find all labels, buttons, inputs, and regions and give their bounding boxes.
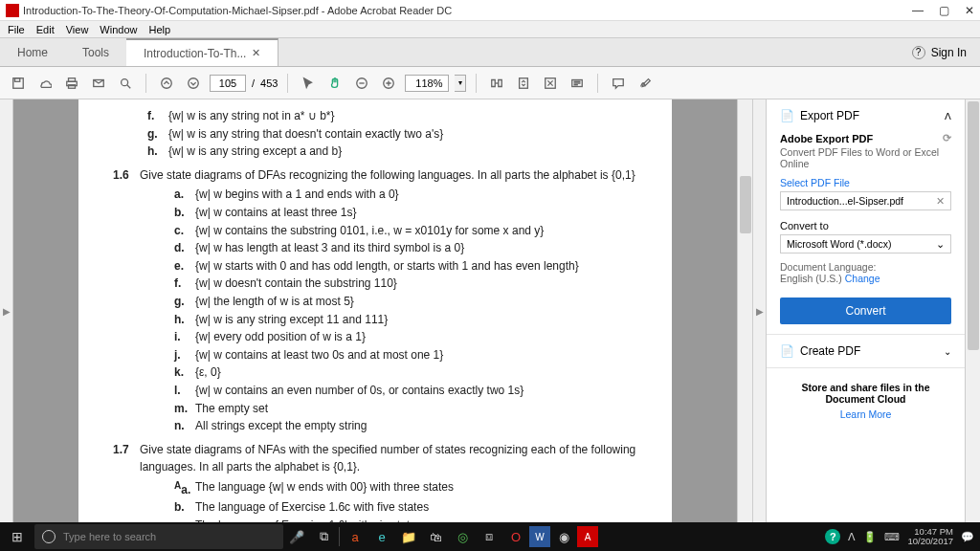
menu-bar: File Edit View Window Help	[0, 21, 980, 38]
page-total: 453	[260, 77, 278, 89]
cortana-icon	[42, 530, 56, 543]
separator	[287, 74, 288, 93]
chevron-down-icon[interactable]: ⌄	[944, 346, 951, 357]
separator	[476, 74, 477, 93]
learn-more-link[interactable]: Learn More	[780, 408, 951, 420]
fit-width-icon[interactable]	[486, 73, 507, 94]
store-text: Store and share files in the Document Cl…	[780, 382, 951, 405]
zoom-in-icon[interactable]	[378, 73, 399, 94]
create-label: Create PDF	[800, 344, 944, 358]
zoom-out-icon[interactable]	[351, 73, 372, 94]
create-pdf-section[interactable]: 📄Create PDF⌄	[767, 335, 965, 368]
right-panel-scrollbar[interactable]	[965, 99, 980, 522]
page-separator: /	[252, 77, 255, 89]
dropbox-icon[interactable]: ⧈	[476, 522, 502, 551]
search-icon[interactable]	[115, 73, 136, 94]
cloud-icon[interactable]	[34, 73, 56, 94]
list-item: {ε, 0}	[195, 364, 221, 382]
list-item: The language of Exercise 1.6l with six s…	[195, 517, 422, 522]
select-file-link[interactable]: Select PDF File	[780, 177, 951, 188]
word-icon[interactable]: W	[529, 526, 550, 547]
page-up-icon[interactable]	[156, 73, 177, 94]
zoom-input[interactable]	[405, 75, 449, 92]
notifications-icon[interactable]: 💬	[961, 531, 974, 543]
cursor-icon[interactable]	[298, 73, 319, 94]
tray-chevron-icon[interactable]: ᐱ	[848, 531, 856, 543]
right-panel-handle[interactable]: ▶	[752, 99, 766, 522]
export-pdf-section[interactable]: 📄Export PDFᐱ Adobe Export PDF⟳ Convert P…	[767, 99, 965, 335]
edge-icon[interactable]: e	[368, 522, 395, 551]
filename-label: Introduction...el-Sipser.pdf	[787, 195, 903, 207]
list-item: {w| w contains at least three 1s}	[195, 204, 357, 222]
fullscreen-icon[interactable]	[540, 73, 561, 94]
left-panel-handle[interactable]: ▶	[0, 99, 13, 522]
chrome-icon[interactable]: ◉	[550, 522, 577, 551]
close-button[interactable]: ✕	[965, 4, 974, 17]
minimize-button[interactable]: —	[912, 4, 924, 17]
system-tray: ? ᐱ 🔋 ⌨ 10:47 PM10/20/2017 💬	[825, 527, 980, 547]
sign-in[interactable]: ? Sign In	[899, 46, 980, 59]
export-description: Convert PDF Files to Word or Excel Onlin…	[780, 146, 951, 169]
fit-page-icon[interactable]	[513, 73, 534, 94]
opera-icon[interactable]: O	[502, 522, 529, 551]
maximize-button[interactable]: ▢	[939, 4, 949, 17]
scrollbar[interactable]	[737, 99, 752, 522]
taskbar-app[interactable]: ◎	[449, 522, 476, 551]
scrollbar-thumb[interactable]	[968, 101, 979, 350]
toolbar: / 453 ▾	[0, 67, 980, 99]
zoom-dropdown[interactable]: ▾	[455, 75, 466, 92]
taskbar-app[interactable]: a	[342, 522, 368, 551]
selected-file[interactable]: Introduction...el-Sipser.pdf✕	[780, 191, 951, 210]
clock[interactable]: 10:47 PM10/20/2017	[907, 527, 953, 547]
export-label: Export PDF	[800, 109, 945, 122]
tab-tools[interactable]: Tools	[65, 38, 126, 66]
convert-button[interactable]: Convert	[780, 298, 951, 324]
sign-in-label: Sign In	[931, 46, 967, 59]
list-item: {w| w is any string that doesn't contain…	[168, 125, 443, 143]
search-box[interactable]: Type here to search	[34, 524, 283, 549]
chevron-up-icon[interactable]: ᐱ	[945, 111, 951, 121]
tab-home[interactable]: Home	[0, 38, 65, 66]
read-mode-icon[interactable]	[567, 73, 588, 94]
start-button[interactable]: ⊞	[0, 522, 34, 551]
menu-edit[interactable]: Edit	[36, 24, 55, 35]
question-text: Give state diagrams of DFAs recognizing …	[140, 166, 637, 185]
comment-icon[interactable]	[608, 73, 629, 94]
refresh-icon[interactable]: ⟳	[943, 132, 951, 144]
tab-document[interactable]: Introduction-To-Th... ✕	[126, 38, 278, 66]
menu-file[interactable]: File	[8, 24, 25, 35]
help-tray-icon[interactable]: ?	[825, 529, 840, 544]
sign-icon[interactable]	[635, 73, 656, 94]
remove-file-icon[interactable]: ✕	[936, 195, 945, 207]
keyboard-icon[interactable]: ⌨	[884, 531, 900, 543]
change-language-link[interactable]: Change	[845, 273, 880, 284]
print-icon[interactable]	[61, 73, 82, 94]
menu-help[interactable]: Help	[148, 24, 170, 35]
task-view-icon[interactable]: ⧉	[310, 522, 337, 551]
page-number-input[interactable]	[210, 75, 246, 92]
battery-icon[interactable]: 🔋	[863, 531, 877, 543]
store-icon[interactable]: 🛍	[422, 522, 449, 551]
format-select[interactable]: Microsoft Word (*.docx)⌄	[780, 234, 951, 253]
list-item: The language of Exercise 1.6c with five …	[195, 498, 429, 517]
right-panel: 📄Export PDFᐱ Adobe Export PDF⟳ Convert P…	[766, 99, 965, 522]
menu-view[interactable]: View	[66, 24, 89, 35]
list-item: {w| w is any string except 11 and 111}	[195, 311, 388, 329]
page-down-icon[interactable]	[183, 73, 204, 94]
acrobat-icon[interactable]: A	[577, 526, 598, 547]
explorer-icon[interactable]: 📁	[395, 522, 422, 551]
pdf-viewport[interactable]: f.{w| w is any string not in a* ∪ b*} g.…	[13, 99, 737, 522]
menu-window[interactable]: Window	[100, 24, 137, 35]
email-icon[interactable]	[88, 73, 109, 94]
mic-icon[interactable]: 🎤	[283, 522, 310, 551]
tab-close-icon[interactable]: ✕	[252, 47, 260, 59]
save-icon[interactable]	[8, 73, 29, 94]
help-icon[interactable]: ?	[912, 46, 925, 59]
list-item: {w| w contains at least two 0s and at mo…	[195, 346, 443, 364]
svg-point-8	[189, 77, 199, 88]
scrollbar-thumb[interactable]	[740, 176, 751, 233]
hand-icon[interactable]	[324, 73, 345, 94]
list-item: {w| w has length at least 3 and its thir…	[195, 239, 464, 257]
content-area: ▶ f.{w| w is any string not in a* ∪ b*} …	[0, 99, 980, 522]
list-item: {w| w contains the substring 0101, i.e.,…	[195, 222, 544, 240]
